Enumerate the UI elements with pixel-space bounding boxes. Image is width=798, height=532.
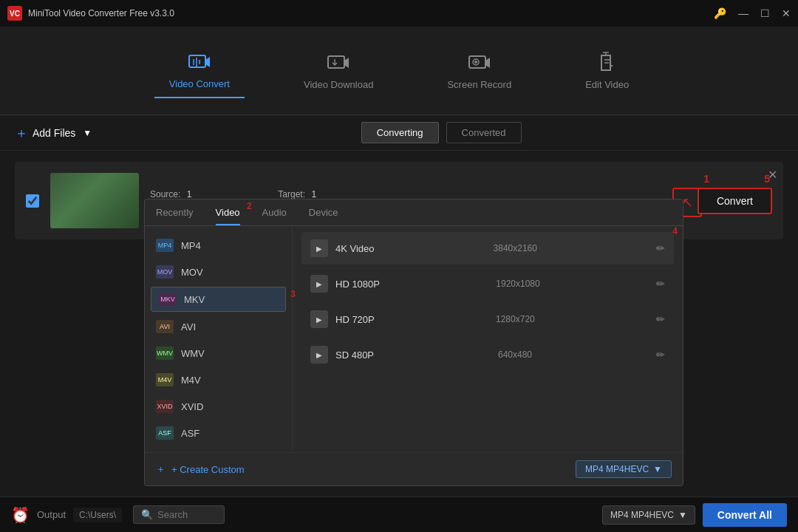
convert-label: Convert [717,195,753,207]
nav-video-download-label: Video Download [304,79,373,90]
format-item-avi[interactable]: AVI AVI [145,313,292,340]
format-item-m4v[interactable]: M4V M4V [145,366,292,393]
svg-point-4 [474,61,477,64]
quality-hd1080-label: HD 1080P [335,279,380,290]
asf-icon: ASF [156,426,174,440]
format-item-asf[interactable]: ASF ASF [145,420,292,446]
target-count: 1 [311,189,316,200]
format-item-wmv[interactable]: WMV WMV [145,340,292,366]
toolbar: ＋ Add Files ▼ Converting Converted [0,115,798,151]
nav-screen-record[interactable]: Screen Record [432,44,526,98]
convert-all-button[interactable]: Convert All [703,503,787,527]
picker-tabs: Recently Video 2 Audio Device [145,200,683,226]
mov-icon: MOV [156,265,174,279]
titlebar-left: VC MiniTool Video Converter Free v3.3.0 [7,6,174,21]
create-custom-button[interactable]: ＋ + Create Custom [156,463,245,476]
app-logo: VC [7,6,22,21]
tab-converted[interactable]: Converted [446,122,522,143]
add-icon: ＋ [15,124,28,142]
play-icon-sd480: ▶ [310,346,328,364]
wmv-icon: WMV [156,347,174,360]
format-mkv-label: MKV [184,294,205,305]
mkv-icon: MKV [159,293,177,306]
mp4-icon: MP4 [156,239,174,252]
edit-hd720-button[interactable]: ✏ [656,313,665,325]
nav-video-convert[interactable]: Video Convert [154,43,245,98]
window-controls: 🔑 — ☐ ✕ [714,7,791,19]
plus-icon: ＋ [156,463,166,476]
edit-hd1080-button[interactable]: ✏ [656,278,665,290]
key-icon[interactable]: 🔑 [714,7,726,19]
format-selector-dropdown-icon: ▼ [678,510,687,520]
step4-badge: 4 [672,226,678,236]
quality-item-sd480[interactable]: ▶ SD 480P 640x480 ✏ [301,338,674,371]
format-picker: Recently Video 2 Audio Device MP4 MP4 MO… [144,199,683,486]
create-custom-label: + Create Custom [171,464,245,475]
picker-tab-video[interactable]: Video 2 [216,207,240,225]
format-item-mkv[interactable]: MKV MKV 3 [151,287,286,312]
app-title: MiniTool Video Converter Free v3.3.0 [28,8,174,18]
nav-video-convert-label: Video Convert [169,78,230,89]
nav-edit-video[interactable]: Edit Video [570,44,644,98]
file-select-checkbox[interactable] [26,194,39,208]
format-item-mov[interactable]: MOV MOV [145,259,292,285]
nav-edit-video-label: Edit Video [585,79,629,90]
play-icon-hd1080: ▶ [310,275,328,293]
quality-4k-res: 3840x2160 [494,243,537,253]
output-path: C:\Users\ [73,508,122,522]
picker-dropdown-icon: ▼ [653,464,662,474]
avi-icon: AVI [156,320,174,333]
m4v-icon: M4V [156,373,174,386]
source-count: 1 [187,189,192,200]
quality-sd480-label: SD 480P [335,349,374,361]
format-mp4-label: MP4 [181,240,201,251]
quality-item-hd720[interactable]: ▶ HD 720P 1280x720 ✏ [301,303,674,335]
bottom-right: MP4 MP4HEVC ▼ Convert All [602,503,787,527]
format-selector-text: MP4 MP4HEVC [610,510,674,520]
format-item-mp4[interactable]: MP4 MP4 [145,232,292,259]
format-asf-label: ASF [181,428,200,439]
close-row-button[interactable]: ✕ [768,168,777,182]
video-download-icon [327,51,350,75]
edit-video-icon [596,51,619,75]
picker-body: MP4 MP4 MOV MOV MKV MKV 3 AVI AVI WMV [145,226,683,452]
picker-footer: ＋ + Create Custom MP4 MP4HEVC ▼ [145,452,683,485]
svg-rect-0 [189,55,205,67]
add-files-button[interactable]: ＋ Add Files [15,124,75,142]
format-avi-label: AVI [181,321,196,332]
format-item-xvid[interactable]: XVID XVID [145,393,292,420]
format-m4v-label: M4V [181,375,201,386]
titlebar: VC MiniTool Video Converter Free v3.3.0 … [0,0,798,27]
thumbnail-image [50,173,139,228]
picker-tab-recently[interactable]: Recently [156,207,194,225]
nav-video-download[interactable]: Video Download [289,44,388,98]
add-files-dropdown-button[interactable]: ▼ [83,128,92,138]
picker-tab-audio[interactable]: Audio [262,207,287,225]
search-icon: 🔍 [141,509,153,520]
step2-badge: 2 [247,201,252,211]
minimize-button[interactable]: — [738,7,748,19]
picker-tab-device[interactable]: Device [309,207,338,225]
file-thumbnail [50,173,139,228]
source-label: Source: [150,189,180,200]
top-navigation: Video Convert Video Download Screen Reco… [0,27,798,115]
maximize-button[interactable]: ☐ [760,7,770,19]
convert-button[interactable]: Convert [698,188,772,214]
format-xvid-label: XVID [181,401,203,412]
search-input[interactable] [157,509,216,520]
picker-format-text: MP4 MP4HEVC [585,464,649,474]
edit-4k-button[interactable]: ✏ [656,242,665,254]
play-icon-hd720: ▶ [310,310,328,328]
quality-item-4k[interactable]: ▶ 4K Video 3840x2160 ✏ 4 [301,232,674,265]
close-button[interactable]: ✕ [782,7,791,19]
nav-screen-record-label: Screen Record [447,79,511,90]
format-list: MP4 MP4 MOV MOV MKV MKV 3 AVI AVI WMV [145,226,293,452]
svg-rect-1 [328,56,344,68]
quality-item-hd1080[interactable]: ▶ HD 1080P 1920x1080 ✏ [301,267,674,300]
search-box[interactable]: 🔍 [133,505,225,524]
edit-sd480-button[interactable]: ✏ [656,349,665,361]
step3-badge: 3 [290,289,296,299]
format-selector[interactable]: MP4 MP4HEVC ▼ [602,505,695,525]
quality-list: ▶ 4K Video 3840x2160 ✏ 4 ▶ HD 1080P 1920… [293,226,683,452]
tab-converting[interactable]: Converting [361,122,439,143]
